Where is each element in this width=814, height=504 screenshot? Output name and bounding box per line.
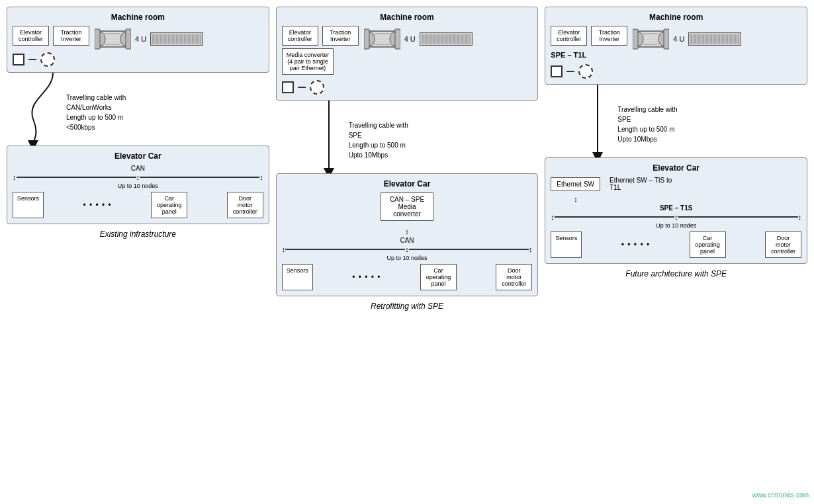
column-2: Machine room Elevator controller Tractio… bbox=[276, 7, 539, 311]
arrows-row-1: ↕ ↕ ↕ bbox=[13, 173, 263, 181]
elevator-car-title-2: Elevator Car bbox=[282, 179, 533, 189]
circle-connector-3 bbox=[578, 64, 593, 79]
traction-inverter-2: Traction Inverter bbox=[322, 26, 359, 46]
elevator-car-title-1: Elevator Car bbox=[13, 151, 263, 161]
cable-section-3: Travelling cable with SPE Length up to 5… bbox=[545, 85, 807, 157]
car-panel-box-1: Car operating panel bbox=[151, 192, 187, 218]
can-label-1: CAN bbox=[75, 165, 201, 172]
elevator-car-title-3: Elevator Car bbox=[551, 163, 801, 173]
sensors-box-3: Sensors bbox=[551, 231, 582, 258]
rack-box-1 bbox=[150, 32, 203, 46]
can-label-2: CAN bbox=[344, 237, 469, 244]
elevator-car-1: Elevator Car CAN ↕ ↕ ↕ Up to 10 nodes Se… bbox=[7, 146, 269, 224]
rack-box-3 bbox=[688, 32, 741, 46]
bottom-components-1: Sensors • • • • • Car operating panel Do… bbox=[13, 192, 263, 218]
machine-room-2: Machine room Elevator controller Tractio… bbox=[276, 7, 539, 101]
cable-arrow-3 bbox=[545, 85, 807, 157]
svg-rect-19 bbox=[395, 29, 400, 49]
nodes-label-2: Up to 10 nodes bbox=[282, 255, 533, 261]
elevator-car-2: Elevator Car CAN – SPE Media converter ↕… bbox=[276, 173, 539, 296]
circle-connector-2 bbox=[310, 80, 324, 95]
arrows-row-3: ↕ ↕ ↕ bbox=[551, 213, 801, 221]
sensors-box-1: Sensors bbox=[13, 192, 44, 218]
square-connector-2 bbox=[282, 81, 294, 93]
elevator-controller-3: Elevator controller bbox=[551, 26, 587, 46]
dots-2: • • • • • bbox=[352, 273, 381, 282]
bottom-title-1: Existing infrastructure bbox=[100, 230, 176, 239]
traction-inverter-3: Traction Inverter bbox=[591, 26, 627, 46]
bi-arrow-right-3: ↕ bbox=[798, 213, 802, 221]
rack-label-2: 4 U bbox=[404, 35, 416, 43]
arrows-row-2: ↕ ↕ ↕ bbox=[282, 245, 533, 253]
svg-rect-29 bbox=[664, 29, 669, 49]
dash-1 bbox=[28, 59, 36, 60]
cable-section-2: Travelling cable with SPE Length up to 5… bbox=[276, 101, 539, 173]
elevator-controller-2: Elevator controller bbox=[282, 26, 318, 46]
media-converter-box-2: Media converter (4 pair to single pair E… bbox=[282, 48, 334, 75]
rack-label-3: 4 U bbox=[673, 35, 684, 43]
column-3: Machine room Elevator controller Tractio… bbox=[545, 7, 807, 311]
bottom-title-2: Retrofitting with SPE bbox=[371, 302, 443, 311]
door-motor-box-1: Door motor controller bbox=[227, 192, 263, 218]
cable-arrow-1 bbox=[7, 73, 269, 146]
spe-label-3: SPE – T1L bbox=[551, 51, 586, 59]
machine-room-1: Machine room Elevator controller Tractio… bbox=[7, 7, 269, 73]
dots-1: • • • • • bbox=[83, 200, 111, 210]
machine-room-title-2: Machine room bbox=[282, 13, 533, 22]
updown-arrow-3: ↕ bbox=[574, 195, 578, 203]
column-1: Machine room Elevator controller Tractio… bbox=[7, 7, 269, 311]
door-motor-box-2: Door motor controller bbox=[496, 264, 532, 290]
car-panel-box-3: Car operating panel bbox=[690, 231, 726, 258]
bottom-title-3: Future architecture with SPE bbox=[625, 269, 727, 278]
elevator-car-3: Elevator Car Ethernet SW Ethernet SW – T… bbox=[545, 157, 807, 264]
dots-3: • • • • • bbox=[621, 240, 650, 249]
cable-section-1: Travelling cable with CAN/LonWorks Lengt… bbox=[7, 73, 269, 146]
machine-room-title-1: Machine room bbox=[13, 13, 263, 22]
ethernet-sw-note-3: Ethernet SW – TIS to T1L bbox=[610, 177, 672, 191]
bi-arrow-right-1: ↕ bbox=[259, 173, 263, 181]
drum-icon-2 bbox=[364, 26, 400, 52]
svg-rect-28 bbox=[633, 29, 638, 49]
bi-arrow-right-2: ↕ bbox=[529, 245, 533, 253]
watermark: www.cntronics.com bbox=[752, 491, 809, 499]
car-panel-box-2: Car operating panel bbox=[420, 264, 457, 290]
machine-room-3: Machine room Elevator controller Tractio… bbox=[545, 7, 807, 85]
main-container: Machine room Elevator controller Tractio… bbox=[7, 7, 807, 311]
dash-3 bbox=[566, 71, 574, 72]
nodes-label-3: Up to 10 nodes bbox=[551, 222, 801, 229]
circle-connector-1 bbox=[40, 52, 55, 67]
ethernet-sw-row-3: Ethernet SW Ethernet SW – TIS to T1L bbox=[551, 177, 801, 191]
drum-icon-1 bbox=[95, 26, 131, 52]
can-spe-converter-2: CAN – SPE Media converter bbox=[381, 192, 433, 221]
rack-box-2 bbox=[420, 32, 473, 46]
updown-arrow-2: ↕ bbox=[405, 228, 409, 235]
rack-label-1: 4 U bbox=[135, 35, 146, 43]
sensors-box-2: Sensors bbox=[282, 264, 313, 290]
svg-rect-8 bbox=[95, 29, 100, 49]
ethernet-sw-box-3: Ethernet SW bbox=[551, 177, 600, 191]
elevator-controller-1: Elevator controller bbox=[13, 26, 49, 46]
svg-rect-18 bbox=[364, 29, 369, 49]
dash-2 bbox=[298, 87, 306, 88]
square-connector-3 bbox=[551, 65, 563, 77]
machine-room-title-3: Machine room bbox=[551, 13, 801, 22]
traction-inverter-1: Traction Inverter bbox=[53, 26, 89, 46]
cable-arrow-2 bbox=[276, 101, 539, 173]
svg-rect-9 bbox=[126, 29, 131, 49]
drum-icon-3 bbox=[633, 26, 669, 52]
door-motor-box-3: Door motor controller bbox=[765, 231, 801, 258]
spe-t1s-label-3: SPE – T1S bbox=[613, 204, 739, 212]
bottom-components-2: Sensors • • • • • Car operating panel Do… bbox=[282, 264, 533, 290]
square-connector-1 bbox=[13, 54, 24, 65]
nodes-label-1: Up to 10 nodes bbox=[13, 183, 263, 189]
bottom-components-3: Sensors • • • • • Car operating panel Do… bbox=[551, 231, 801, 258]
